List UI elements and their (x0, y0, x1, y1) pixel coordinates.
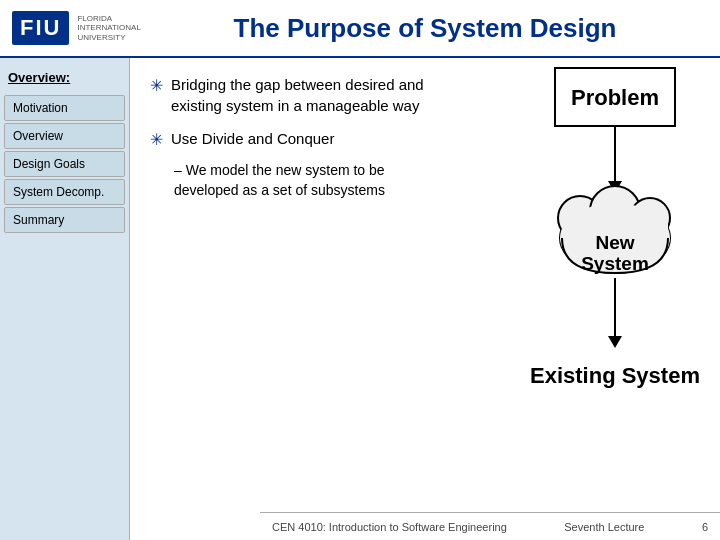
svg-text:New: New (595, 232, 634, 253)
content-area: ✳ Bridging the gap between desired and e… (130, 58, 720, 540)
sidebar-item-motivation[interactable]: Motivation (4, 95, 125, 121)
logo-subtitle: FLORIDA INTERNATIONALUNIVERSITY (77, 14, 142, 43)
bullet-2: ✳ Use Divide and Conquer (150, 128, 430, 149)
header: FIU FLORIDA INTERNATIONALUNIVERSITY The … (0, 0, 720, 58)
sub-bullet-text: – We model the new system to be develope… (174, 162, 385, 198)
sidebar-item-system-decomp[interactable]: System Decomp. (4, 179, 125, 205)
footer: CEN 4010: Introduction to Software Engin… (260, 512, 720, 540)
bullet-text-1: Bridging the gap between desired and exi… (171, 74, 430, 116)
bullet-text-2: Use Divide and Conquer (171, 128, 334, 149)
footer-page: 6 (702, 521, 708, 533)
svg-text:Existing System: Existing System (530, 363, 700, 388)
bullet-star-1: ✳ (150, 76, 163, 95)
page-title: The Purpose of System Design (142, 13, 708, 44)
sub-bullet: – We model the new system to be develope… (174, 161, 430, 200)
sidebar-item-design-goals[interactable]: Design Goals (4, 151, 125, 177)
logo-area: FIU FLORIDA INTERNATIONALUNIVERSITY (12, 11, 142, 45)
bullet-star-2: ✳ (150, 130, 163, 149)
svg-text:Problem: Problem (571, 85, 659, 110)
main-layout: Overview: Motivation Overview Design Goa… (0, 58, 720, 540)
diagram-svg: Problem New System Existing System (500, 58, 720, 438)
bullet-1: ✳ Bridging the gap between desired and e… (150, 74, 430, 116)
bullet-list: ✳ Bridging the gap between desired and e… (150, 74, 430, 200)
footer-lecture: Seventh Lecture (564, 521, 644, 533)
sidebar-item-summary[interactable]: Summary (4, 207, 125, 233)
logo: FIU (12, 11, 69, 45)
footer-course: CEN 4010: Introduction to Software Engin… (272, 521, 507, 533)
svg-text:System: System (581, 253, 649, 274)
svg-marker-13 (608, 336, 622, 348)
sidebar: Overview: Motivation Overview Design Goa… (0, 58, 130, 540)
sidebar-title: Overview: (0, 66, 129, 93)
sidebar-item-overview[interactable]: Overview (4, 123, 125, 149)
